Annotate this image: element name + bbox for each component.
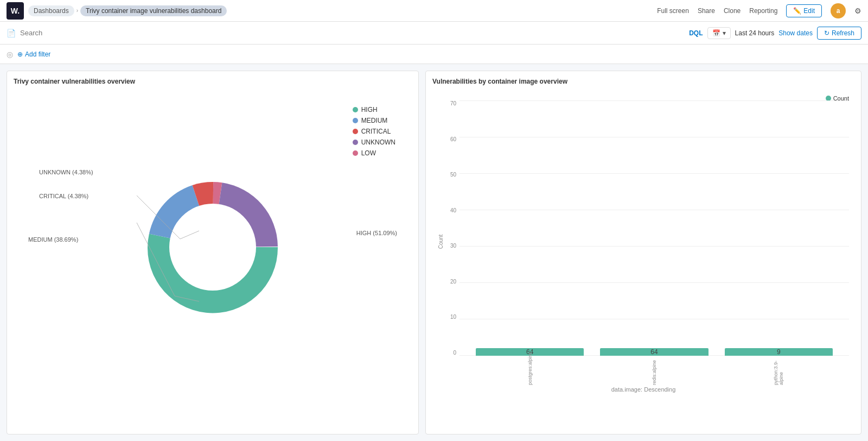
filter-circle-icon: ◎ [7,50,13,59]
x-label-redis: redis:alpine [600,352,708,385]
y-label-60: 60 [450,136,456,142]
calendar-chevron: ▾ [723,29,726,37]
search-icon: 📄 [7,29,16,37]
y-label-70: 70 [450,100,456,106]
breadcrumb: Dashboards › Trivy container image vulne… [28,5,227,16]
low-dot [353,150,358,156]
avatar[interactable]: a [831,3,846,18]
breadcrumb-dashboards[interactable]: Dashboards [28,5,74,16]
x-label-postgres: postgres:alpine [476,352,584,385]
dql-badge[interactable]: DQL [689,29,703,37]
legend-item-medium: MEDIUM [353,117,395,124]
y-label-10: 10 [450,314,456,320]
plus-icon: ⊕ [17,51,23,58]
donut-hole [169,204,256,291]
y-label-40: 40 [450,207,456,213]
x-axis-title: data.image: Descending [432,386,854,393]
x-axis-labels: postgres:alpine redis:alpine python:3.9-… [459,352,849,385]
edit-icon: ✏️ [793,7,801,15]
x-label-python: python:3.9-alpine [725,352,833,385]
bar-chart-container: Count Count 70 60 50 40 30 20 10 0 [432,90,854,394]
label-unknown: UNKNOWN (4.38%) [39,169,93,175]
y-label-0: 0 [453,350,456,356]
legend-item-unknown: UNKNOWN [353,138,395,146]
fullscreen-link[interactable]: Full screen [657,7,689,15]
label-critical: CRITICAL (4.38%) [39,193,88,199]
bars-area: 64 64 9 [459,100,849,356]
edit-button[interactable]: ✏️ Edit [786,4,822,17]
y-label-50: 50 [450,172,456,178]
donut-panel-title: Trivy container vulnerabilities overview [14,78,412,85]
search-bar: 📄 DQL 📅 ▾ Last 24 hours Show dates ↻ Ref… [0,22,868,45]
settings-icon[interactable]: ⚙ [854,7,861,15]
add-filter-button[interactable]: ⊕ Add filter [17,51,50,58]
search-input[interactable] [20,29,350,37]
logo-icon: W. [7,2,24,20]
calendar-icon: 📅 [712,29,720,37]
critical-label: CRITICAL [361,128,391,135]
label-high: HIGH (51.09%) [356,230,397,236]
clone-link[interactable]: Clone [724,7,741,15]
unknown-dot [353,140,358,145]
low-label: LOW [361,149,376,157]
share-link[interactable]: Share [698,7,715,15]
critical-dot [353,129,358,134]
bar-panel: Vulnerabilities by container image overv… [425,71,861,434]
refresh-icon: ↻ [824,29,829,37]
medium-dot [353,118,358,123]
donut-chart-area: HIGH MEDIUM CRITICAL UNKNOWN LOW [14,90,412,405]
legend-item-low: LOW [353,149,395,157]
unknown-label: UNKNOWN [361,138,395,146]
filter-bar: ◎ ⊕ Add filter [0,45,868,64]
label-medium: MEDIUM (38.69%) [28,236,78,243]
main-content: Trivy container vulnerabilities overview… [0,64,868,441]
show-dates-link[interactable]: Show dates [778,29,813,37]
y-label-30: 30 [450,243,456,249]
medium-label: MEDIUM [361,117,388,124]
reporting-link[interactable]: Reporting [749,7,777,15]
time-range-label: Last 24 hours [735,29,775,37]
nav-actions: Full screen Share Clone Reporting ✏️ Edi… [657,3,861,18]
y-label-20: 20 [450,279,456,285]
top-nav: W. Dashboards › Trivy container image vu… [0,0,868,22]
y-axis-labels: 70 60 50 40 30 20 10 0 [440,100,456,356]
legend-item-high: HIGH [353,106,395,114]
breadcrumb-sep: › [76,8,78,14]
high-dot [353,107,358,112]
breadcrumb-current: Trivy container image vulnerabilities da… [80,5,227,16]
bar-panel-title: Vulnerabilities by container image overv… [432,78,854,85]
refresh-button[interactable]: ↻ Refresh [817,27,861,40]
donut-panel: Trivy container vulnerabilities overview… [7,71,419,434]
calendar-picker[interactable]: 📅 ▾ [707,27,731,39]
legend-item-critical: CRITICAL [353,128,395,135]
donut-legend: HIGH MEDIUM CRITICAL UNKNOWN LOW [353,106,395,157]
high-label: HIGH [361,106,378,114]
donut-svg [104,138,321,356]
